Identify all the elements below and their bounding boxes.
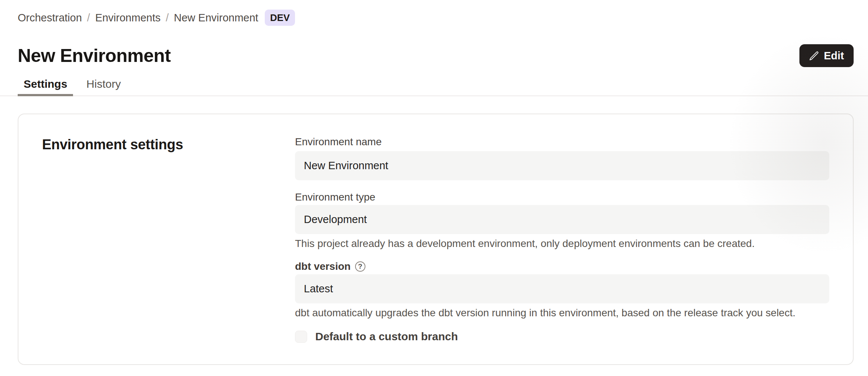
environment-type-label: Environment type [295, 192, 829, 203]
environment-settings-card: Environment settings Environment name En… [18, 114, 854, 365]
custom-branch-row: Default to a custom branch [295, 330, 829, 343]
env-dev-badge: DEV [265, 10, 295, 26]
environment-name-input[interactable] [295, 151, 829, 180]
pencil-icon [809, 51, 819, 61]
custom-branch-label[interactable]: Default to a custom branch [315, 330, 458, 343]
breadcrumb-separator: / [166, 12, 169, 24]
breadcrumb-separator: / [87, 12, 90, 24]
custom-branch-checkbox[interactable] [295, 331, 307, 343]
dbt-version-label: dbt version ? [295, 261, 829, 272]
tab-history[interactable]: History [80, 78, 126, 95]
breadcrumb: Orchestration / Environments / New Envir… [18, 10, 868, 26]
dbt-version-helper-text: dbt automatically upgrades the dbt versi… [295, 307, 829, 318]
environment-type-label-text: Environment type [295, 192, 375, 203]
environment-type-input[interactable] [295, 205, 829, 234]
environment-type-helper-text: This project already has a development e… [295, 238, 829, 249]
help-icon[interactable]: ? [355, 261, 365, 272]
dbt-version-label-text: dbt version [295, 261, 351, 272]
card-heading: Environment settings [42, 136, 295, 153]
card-left-column: Environment settings [42, 136, 295, 364]
dbt-version-input[interactable] [295, 274, 829, 303]
environment-name-label-text: Environment name [295, 136, 382, 147]
edit-button-label: Edit [824, 50, 844, 62]
breadcrumb-item-current: New Environment [174, 12, 258, 24]
tab-settings[interactable]: Settings [18, 78, 73, 96]
edit-button[interactable]: Edit [799, 44, 854, 67]
card-form-column: Environment name Environment type This p… [295, 136, 829, 364]
tab-bar: Settings History [0, 78, 868, 96]
breadcrumb-item-orchestration[interactable]: Orchestration [18, 12, 82, 24]
breadcrumb-item-environments[interactable]: Environments [95, 12, 160, 24]
page-title: New Environment [18, 44, 171, 67]
page-header: New Environment Edit [18, 44, 854, 67]
environment-name-label: Environment name [295, 136, 829, 147]
